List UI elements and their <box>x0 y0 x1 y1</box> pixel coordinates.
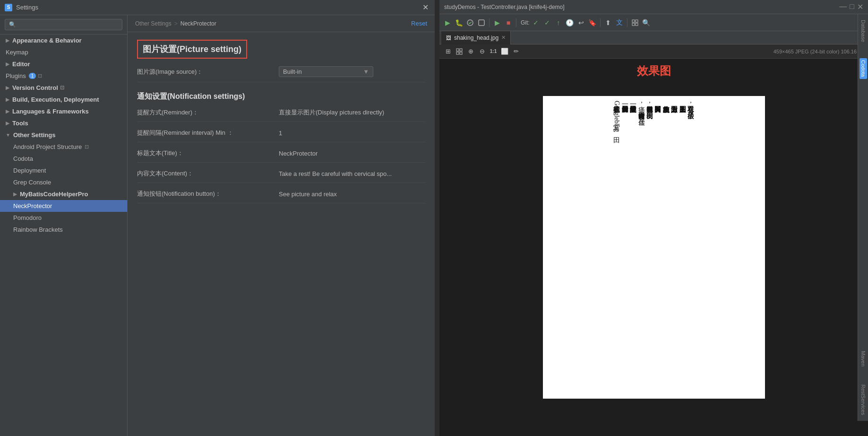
sidebar-item-neckprotector[interactable]: NeckProtector <box>0 200 127 212</box>
form-row-reminder-interval: 提醒间隔(Reminder interval) Min ： 1 <box>137 129 425 142</box>
reset-button[interactable]: Reset <box>411 20 427 27</box>
toolbar-separator <box>489 18 490 27</box>
layout-icon[interactable] <box>630 17 640 28</box>
sidebar-item-grep-console[interactable]: Grep Console <box>0 176 127 188</box>
database-tab[interactable]: Database <box>859 18 867 44</box>
profile-icon[interactable] <box>476 17 487 28</box>
actual-size-icon[interactable]: 1:1 <box>489 47 498 56</box>
run-icon[interactable]: ▶ <box>442 17 453 28</box>
fit-page-icon[interactable]: ⬜ <box>500 47 509 56</box>
sidebar-item-version-control[interactable]: ▶ Version Control ⊡ <box>0 82 127 94</box>
effect-label: 效果图 <box>637 63 671 78</box>
title-bar: S Settings ✕ <box>0 0 435 15</box>
form-row-image-source: 图片源(Image source)： Built-in ▼ <box>137 66 425 82</box>
edit-icon[interactable]: ✏ <box>511 47 521 56</box>
ide-title: studyDemos - TestController.java [knife4… <box>444 4 565 10</box>
field-label-notification-button: 通知按钮(Notification button)： <box>137 190 279 198</box>
sidebar-label: Appearance & Behavior <box>12 37 82 44</box>
svg-rect-3 <box>636 20 638 22</box>
zoom-out-icon[interactable]: ⊖ <box>477 47 487 56</box>
sidebar-item-android[interactable]: Android Project Structure ⊡ <box>0 141 127 153</box>
sidebar-item-editor[interactable]: ▶ Editor <box>0 58 127 70</box>
sidebar-item-deployment[interactable]: Deployment <box>0 165 127 176</box>
sidebar-item-build[interactable]: ▶ Build, Execution, Deployment <box>0 94 127 105</box>
form-row-reminder: 提醒方式(Reminder)： 直接显示图片(Display pictures … <box>137 108 425 122</box>
sidebar-item-pomodoro[interactable]: Pomodoro <box>0 212 127 224</box>
plugins-badge: 1 <box>29 73 36 79</box>
sidebar-item-mybatis[interactable]: ▶ MyBatisCodeHelperPro <box>0 188 127 200</box>
git-checkmark1-icon[interactable]: ✓ <box>531 17 541 28</box>
copy-icon: ⊡ <box>85 144 89 150</box>
ide-tabs: 🖼 shaking_head.jpg ✕ <box>439 31 868 44</box>
image-area: 效果图 机算看我招Google写blog田 脖颈转已了解的朋友分一大中 子酸一就… <box>439 59 868 436</box>
toolbar-separator3 <box>600 18 601 27</box>
field-value-reminder-interval: 1 <box>279 130 425 137</box>
field-value-reminder: 直接显示图片(Display pictures directly) <box>279 108 425 117</box>
field-label-title: 标题文本(Title)： <box>137 149 279 157</box>
svg-rect-6 <box>456 49 459 51</box>
svg-rect-7 <box>460 49 462 51</box>
codota-tab[interactable]: Codota <box>859 58 867 78</box>
sidebar-item-keymap[interactable]: Keymap <box>0 46 127 58</box>
close-tab-icon[interactable]: ✕ <box>501 35 506 41</box>
sidebar-label: Grep Console <box>13 179 51 186</box>
sidebar-label: Other Settings <box>13 131 56 139</box>
ide-maximize-btn[interactable]: □ <box>850 2 854 11</box>
sidebar-label: Editor <box>12 61 30 68</box>
tab-icon: 🖼 <box>446 35 451 41</box>
coverage-icon[interactable] <box>465 17 475 28</box>
git-checkmark2-icon[interactable]: ✓ <box>542 17 552 28</box>
git-label: Git: <box>521 19 530 26</box>
sidebar-label: Keymap <box>6 49 28 56</box>
svg-rect-5 <box>636 23 638 26</box>
close-button[interactable]: ✕ <box>421 3 430 12</box>
sidebar-item-appearance[interactable]: ▶ Appearance & Behavior <box>0 35 127 46</box>
picture-setting-section: 图片设置(Picture setting) 图片源(Image source)：… <box>137 40 425 82</box>
search-toolbar-icon[interactable]: 🔍 <box>641 17 652 28</box>
debug-icon[interactable]: 🐛 <box>454 17 464 28</box>
sidebar-item-plugins[interactable]: Plugins 1 ⊡ <box>0 70 127 82</box>
sidebar-item-other-settings[interactable]: ▼ Other Settings <box>0 129 127 141</box>
zoom-in-icon[interactable]: ⊕ <box>466 47 475 56</box>
ide-minimize-btn[interactable]: — <box>839 2 847 11</box>
content-header: Other Settings > NeckProtector Reset <box>128 15 435 32</box>
upload-icon[interactable]: ⬆ <box>603 17 613 28</box>
git-bookmark-icon[interactable]: 🔖 <box>587 17 598 28</box>
sidebar-label: Rainbow Brackets <box>13 226 63 233</box>
field-dropdown-image-source[interactable]: Built-in ▼ <box>279 66 373 77</box>
field-value-notification-button: See picture and relax <box>279 191 425 198</box>
form-row-content-text: 内容文本(Content)： Take a rest! Be careful w… <box>137 169 425 183</box>
notification-setting-section: 通知设置(Notification settings) 提醒方式(Reminde… <box>137 92 425 203</box>
search-box <box>0 15 127 35</box>
arrow-icon: ▼ <box>6 132 10 138</box>
restservices-tab[interactable]: RestServices <box>859 383 867 417</box>
field-label-reminder: 提醒方式(Reminder)： <box>137 108 279 117</box>
search-input[interactable] <box>5 19 122 30</box>
git-clock-icon[interactable]: 🕐 <box>565 17 575 28</box>
sidebar-item-rainbow[interactable]: Rainbow Brackets <box>0 224 127 235</box>
fit-icon[interactable]: ⊞ <box>443 47 453 56</box>
sidebar-item-codota[interactable]: Codota <box>0 153 127 165</box>
form-row-notification-button: 通知按钮(Notification button)： See picture a… <box>137 190 425 203</box>
stop-icon[interactable]: ■ <box>503 17 514 28</box>
arrow-icon: ▶ <box>6 61 9 67</box>
git-arrow-icon[interactable]: ↑ <box>553 17 564 28</box>
content-area: Other Settings > NeckProtector Reset 图片设… <box>128 15 435 436</box>
sidebar-label: Deployment <box>13 167 46 174</box>
sidebar-item-languages[interactable]: ▶ Languages & Frameworks <box>0 105 127 117</box>
play-icon[interactable]: ▶ <box>492 17 502 28</box>
sidebar: ▶ Appearance & Behavior Keymap ▶ Editor … <box>0 15 128 436</box>
grid-icon[interactable] <box>455 47 464 56</box>
ide-close-btn[interactable]: ✕ <box>857 2 863 11</box>
arrow-icon: ▶ <box>6 97 9 102</box>
content-main: 图片设置(Picture setting) 图片源(Image source)：… <box>128 32 435 436</box>
tab-shaking-head[interactable]: 🖼 shaking_head.jpg ✕ <box>441 31 511 44</box>
translate-icon[interactable]: 文 <box>614 17 625 28</box>
sidebar-label: Plugins <box>6 72 26 79</box>
copy-icon: ⊡ <box>60 85 64 91</box>
git-undo-icon[interactable]: ↩ <box>576 17 586 28</box>
sidebar-label: Build, Execution, Deployment <box>12 96 99 103</box>
maven-tab[interactable]: Maven <box>859 349 867 368</box>
sidebar-item-tools[interactable]: ▶ Tools <box>0 117 127 129</box>
svg-rect-1 <box>479 20 484 26</box>
